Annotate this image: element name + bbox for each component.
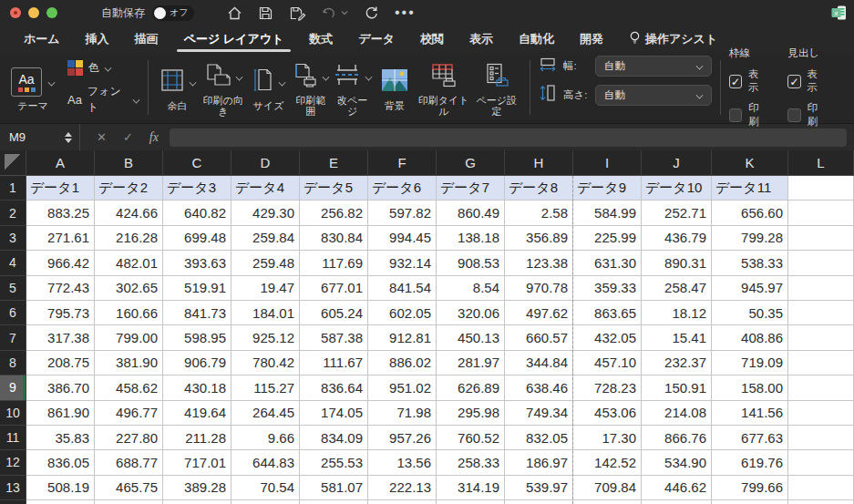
row-header-12[interactable]: 12	[0, 450, 26, 475]
cell-L14[interactable]	[788, 500, 854, 504]
cell-I10[interactable]: 453.06	[573, 401, 642, 426]
cell-D14[interactable]	[232, 500, 300, 504]
cell-A9[interactable]: 386.70	[26, 375, 95, 400]
cell-D10[interactable]: 264.45	[232, 401, 300, 426]
cell-B3[interactable]: 216.28	[95, 226, 163, 251]
cell-G6[interactable]: 320.06	[437, 301, 505, 325]
cell-A13[interactable]: 508.19	[26, 476, 95, 500]
cell-D4[interactable]: 259.48	[232, 251, 300, 275]
cell-H2[interactable]: 2.58	[505, 201, 573, 225]
cell-H12[interactable]: 186.97	[505, 450, 573, 475]
cell-F1[interactable]: データ6	[368, 176, 437, 201]
cell-D8[interactable]: 780.42	[232, 351, 300, 375]
cell-E2[interactable]: 256.82	[300, 201, 368, 225]
row-header-9[interactable]: 9	[0, 375, 26, 400]
cell-L9[interactable]	[788, 375, 854, 400]
cell-A2[interactable]: 883.25	[26, 201, 95, 225]
tab-8[interactable]: 自動化	[506, 26, 567, 52]
cell-L1[interactable]	[788, 176, 854, 201]
cell-C9[interactable]: 430.18	[163, 375, 232, 400]
cell-G7[interactable]: 450.13	[437, 325, 505, 350]
cell-B8[interactable]: 381.90	[95, 351, 163, 375]
cell-A8[interactable]: 208.75	[26, 351, 95, 375]
ribbon-button-4[interactable]: 改ページ	[332, 58, 374, 117]
cell-C6[interactable]: 841.73	[163, 301, 232, 325]
ribbon-button-2[interactable]: サイズ	[248, 64, 290, 111]
cell-B12[interactable]: 688.77	[95, 450, 163, 475]
row-header-2[interactable]: 2	[0, 201, 26, 225]
cell-I7[interactable]: 432.05	[573, 325, 642, 350]
cell-G5[interactable]: 8.54	[437, 276, 505, 301]
tab-0[interactable]: ホーム	[11, 26, 73, 52]
cell-D13[interactable]: 70.54	[232, 476, 300, 500]
tab-3-active[interactable]: ページ レイアウト	[171, 26, 297, 52]
tab-2[interactable]: 描画	[122, 26, 171, 52]
tab-9[interactable]: 開発	[567, 26, 616, 52]
insert-function-icon[interactable]: fx	[149, 130, 159, 145]
cell-J11[interactable]: 866.76	[642, 426, 712, 450]
cell-D3[interactable]: 259.84	[232, 226, 300, 251]
cell-E11[interactable]: 834.09	[300, 426, 368, 450]
cell-G13[interactable]: 314.19	[437, 476, 505, 500]
cell-A5[interactable]: 772.43	[26, 276, 95, 301]
cell-A11[interactable]: 35.83	[26, 426, 95, 450]
cell-B1[interactable]: データ2	[95, 176, 163, 201]
ribbon-button-1[interactable]: 印刷の向き	[199, 58, 248, 117]
name-box-spinner-icon[interactable]	[65, 132, 72, 143]
cell-C2[interactable]: 640.82	[163, 201, 232, 225]
cell-K14[interactable]	[712, 500, 788, 504]
cell-D12[interactable]: 644.83	[232, 450, 300, 475]
cell-K12[interactable]: 619.76	[712, 450, 788, 475]
cell-F9[interactable]: 951.02	[368, 375, 437, 400]
row-header-13[interactable]: 13	[0, 476, 26, 500]
cell-B13[interactable]: 465.75	[95, 476, 163, 500]
cell-E12[interactable]: 255.53	[300, 450, 368, 475]
home-icon[interactable]	[227, 5, 242, 21]
cell-J12[interactable]: 534.90	[642, 450, 712, 475]
cell-J9[interactable]: 150.91	[642, 375, 712, 400]
cell-G10[interactable]: 295.98	[437, 401, 505, 426]
row-header-11[interactable]: 11	[0, 426, 26, 450]
headings-print-checkbox[interactable]: 印刷	[787, 101, 827, 129]
cell-J3[interactable]: 436.79	[642, 226, 712, 251]
cell-D2[interactable]: 429.30	[232, 201, 300, 225]
gridlines-view-checkbox[interactable]: ✓ 表示	[729, 67, 768, 95]
cell-H13[interactable]: 539.97	[505, 476, 573, 500]
cell-K6[interactable]: 50.35	[712, 301, 788, 325]
cell-A14[interactable]	[26, 500, 95, 504]
row-header-8[interactable]: 8	[0, 351, 26, 375]
gridlines-print-checkbox[interactable]: 印刷	[729, 101, 768, 129]
name-box[interactable]: M9	[0, 124, 80, 150]
cell-G4[interactable]: 908.53	[437, 251, 505, 275]
formula-input[interactable]	[170, 129, 847, 147]
row-header-5[interactable]: 5	[0, 276, 26, 301]
cell-F12[interactable]: 13.56	[368, 450, 437, 475]
tab-1[interactable]: 挿入	[73, 26, 122, 52]
cell-J5[interactable]: 258.47	[642, 276, 712, 301]
cell-L4[interactable]	[788, 251, 854, 275]
column-header-A[interactable]: A	[26, 150, 95, 176]
cell-L8[interactable]	[788, 351, 854, 375]
cell-H3[interactable]: 356.89	[505, 226, 573, 251]
cell-H6[interactable]: 497.62	[505, 301, 573, 325]
column-header-E[interactable]: E	[300, 150, 368, 176]
cell-D7[interactable]: 925.12	[232, 325, 300, 350]
cell-F6[interactable]: 602.05	[368, 301, 437, 325]
cell-G2[interactable]: 860.49	[437, 201, 505, 225]
cell-L6[interactable]	[788, 301, 854, 325]
cell-E8[interactable]: 111.67	[300, 351, 368, 375]
cell-A7[interactable]: 317.38	[26, 325, 95, 350]
cell-D1[interactable]: データ4	[232, 176, 300, 201]
cell-H8[interactable]: 344.84	[505, 351, 573, 375]
column-header-C[interactable]: C	[163, 150, 232, 176]
cell-J8[interactable]: 232.37	[642, 351, 712, 375]
cell-J13[interactable]: 446.62	[642, 476, 712, 500]
cell-B11[interactable]: 227.80	[95, 426, 163, 450]
cell-H9[interactable]: 638.46	[505, 375, 573, 400]
cell-K5[interactable]: 945.97	[712, 276, 788, 301]
cell-A1[interactable]: データ1	[26, 176, 95, 201]
column-header-K[interactable]: K	[712, 150, 788, 176]
cell-J14[interactable]	[642, 500, 712, 504]
width-select[interactable]: 自動	[595, 56, 712, 77]
cell-E14[interactable]	[300, 500, 368, 504]
